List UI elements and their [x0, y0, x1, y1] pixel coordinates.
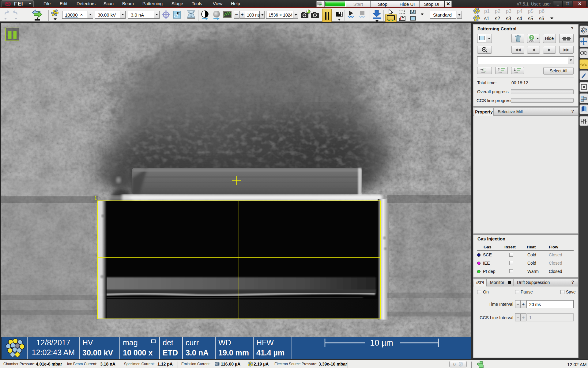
- svg-text:p4: p4: [517, 9, 522, 14]
- svg-text:s2: s2: [495, 16, 500, 21]
- svg-text:s6: s6: [539, 16, 544, 21]
- svg-text:1: 1: [94, 196, 97, 201]
- svg-text:s4: s4: [517, 16, 522, 21]
- svg-text:s3: s3: [506, 16, 511, 21]
- svg-text:i: i: [461, 362, 462, 366]
- svg-text:s1: s1: [484, 16, 489, 21]
- svg-text:p1: p1: [484, 9, 490, 14]
- svg-text:10 µm: 10 µm: [370, 338, 393, 347]
- svg-text:p2: p2: [495, 9, 500, 14]
- svg-text:s5: s5: [528, 16, 533, 21]
- svg-text:?: ?: [530, 35, 533, 40]
- svg-text:p6: p6: [539, 9, 545, 14]
- svg-text:p3: p3: [506, 9, 511, 14]
- svg-text:p5: p5: [528, 9, 533, 14]
